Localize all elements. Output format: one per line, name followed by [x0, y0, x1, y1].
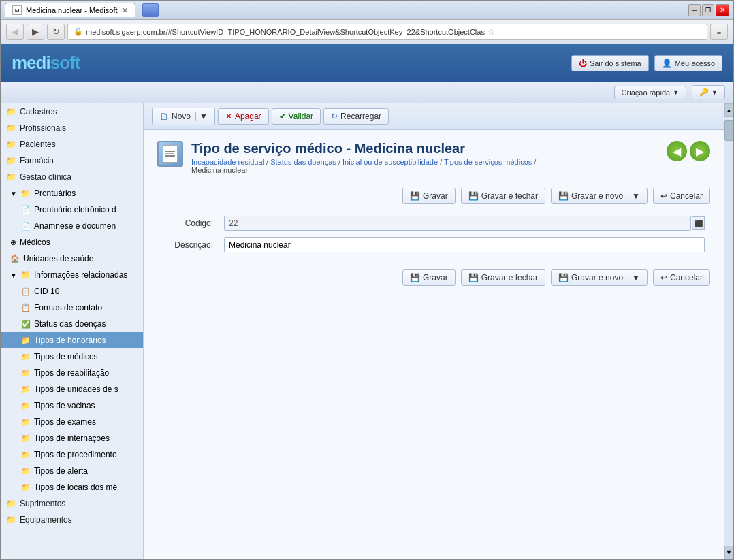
codigo-expand-btn[interactable]: ⬛ [692, 216, 705, 230]
apagar-icon: ✕ [225, 112, 232, 121]
sidebar-item-tipos-honorarios[interactable]: 📁 Tipos de honorários [1, 332, 143, 348]
folder-icon: 📁 [20, 188, 31, 198]
sidebar-item-medicos[interactable]: ⊕ Médicos [1, 234, 143, 250]
close-btn[interactable]: ✕ [716, 4, 729, 16]
sidebar-item-suprimentos[interactable]: 📁 Suprimentos [1, 495, 143, 512]
form-area: Tipo de serviço médico - Medicina nuclea… [144, 130, 724, 559]
gravar-fechar-icon-top: 💾 [468, 191, 479, 201]
page-nav: ◀ ▶ [667, 141, 710, 161]
sidebar-item-equipamentos[interactable]: 📁 Equipamentos [1, 512, 143, 528]
sidebar-item-cid10[interactable]: 📋 CID 10 [1, 283, 143, 299]
key-btn[interactable]: 🔑 ▼ [692, 85, 725, 99]
meu-acesso-btn[interactable]: 👤 Meu acesso [654, 55, 722, 71]
prev-record-btn[interactable]: ◀ [667, 141, 687, 161]
new-tab-btn[interactable]: + [142, 3, 159, 17]
unidades-icon: 🏠 [10, 254, 20, 263]
address-bar[interactable]: 🔒 medisoft.sigaerp.com.br/#ShortcutViewI… [67, 24, 707, 40]
apagar-btn[interactable]: ✕ Apagar [218, 108, 269, 125]
sidebar-item-tipos-reabilitacao[interactable]: 📁 Tipos de reabilitação [1, 365, 143, 381]
novo-icon: 🗋 [159, 111, 169, 122]
sidebar-item-prontuarios[interactable]: ▼ 📁 Prontuários [1, 185, 143, 201]
codigo-input[interactable] [224, 216, 691, 231]
gravar-fechar-btn-bottom[interactable]: 💾 Gravar e fechar [461, 269, 545, 286]
folder-icon: 📁 [21, 450, 31, 459]
folder-icon: 📁 [20, 270, 31, 280]
toolbar: 🗋 Novo ▼ ✕ Apagar ✔ Validar ↻ Recarre [144, 103, 724, 130]
sidebar-item-tipos-procedimentos[interactable]: 📁 Tipos de procedimento [1, 446, 143, 463]
page-title-block: Tipo de serviço médico - Medicina nuclea… [191, 141, 667, 174]
minimize-btn[interactable]: ─ [688, 4, 701, 16]
scrollbar[interactable]: ▲ ▼ [724, 103, 733, 559]
header-actions: ⏻ Sair do sistema 👤 Meu acesso [571, 55, 722, 71]
cid-icon: 📋 [21, 287, 31, 296]
back-btn[interactable]: ◀ [6, 24, 24, 40]
recarregar-icon: ↻ [331, 112, 338, 121]
validar-btn[interactable]: ✔ Validar [272, 108, 321, 125]
sidebar-item-tipos-alerta[interactable]: 📁 Tipos de alerta [1, 463, 143, 479]
folder-icon: 📁 [21, 434, 31, 443]
breadcrumb-link-4[interactable]: Tipos de serviços médicos [444, 158, 532, 166]
sidebar-item-informacoes[interactable]: ▼ 📁 Informações relacionadas [1, 267, 143, 283]
sidebar-item-prontuario-eletronico[interactable]: 📄 Prontuário eletrônico d [1, 201, 143, 218]
cancelar-btn-top[interactable]: ↩ Cancelar [653, 188, 710, 204]
app-content: medisoft ⏻ Sair do sistema 👤 Meu acesso … [1, 44, 733, 559]
scroll-thumb[interactable] [724, 120, 733, 141]
forward-btn[interactable]: ▶ [27, 24, 44, 40]
novo-dropdown[interactable]: ▼ [195, 112, 208, 121]
restore-btn[interactable]: ❐ [702, 4, 714, 16]
form-row-descricao: Descrição: [157, 234, 710, 256]
page-icon-container [157, 141, 183, 167]
criacao-rapida-arrow: ▼ [673, 89, 679, 96]
gravar-btn-top[interactable]: 💾 Gravar [402, 188, 456, 204]
quick-bar: Criação rápida ▼ 🔑 ▼ [1, 82, 733, 103]
form-row-codigo: Código: ⬛ [157, 212, 710, 234]
scroll-track [724, 117, 733, 546]
sidebar-item-tipos-internacoes[interactable]: 📁 Tipos de internações [1, 430, 143, 446]
sidebar-item-pacientes[interactable]: 📁 Pacientes [1, 136, 143, 152]
folder-icon: 📁 [6, 123, 16, 133]
browser-menu-btn[interactable]: ≡ [710, 24, 728, 40]
browser-tab[interactable]: M Medicina nuclear - Medisoft ✕ [5, 3, 135, 17]
breadcrumb-link-3[interactable]: Inicial ou de susceptibilidade [342, 158, 438, 166]
sidebar-item-tipos-unidades[interactable]: 📁 Tipos de unidades de s [1, 381, 143, 397]
gravar-fechar-btn-top[interactable]: 💾 Gravar e fechar [461, 188, 545, 204]
sidebar-item-formas-contato[interactable]: 📋 Formas de contato [1, 299, 143, 316]
sair-btn[interactable]: ⏻ Sair do sistema [571, 55, 649, 71]
sidebar-item-tipos-exames[interactable]: 📁 Tipos de exames [1, 414, 143, 430]
breadcrumb-link-2[interactable]: Status das doenças [270, 158, 336, 166]
sidebar-item-gestao-clinica[interactable]: 📁 Gestão clínica [1, 169, 143, 185]
tab-close[interactable]: ✕ [122, 6, 128, 15]
sidebar-item-tipos-locais[interactable]: 📁 Tipos de locais dos mé [1, 479, 143, 495]
browser-window: M Medicina nuclear - Medisoft ✕ + ─ ❐ ✕ … [0, 0, 734, 560]
sidebar-item-tipos-vacinas[interactable]: 📁 Tipos de vacinas [1, 397, 143, 414]
sidebar-item-tipos-medicos[interactable]: 📁 Tipos de médicos [1, 348, 143, 365]
sidebar-item-cadastros[interactable]: 📁 Cadastros [1, 103, 143, 120]
sidebar-item-profissionais[interactable]: 📁 Profissionais [1, 120, 143, 136]
gravar-icon-top: 💾 [410, 191, 420, 201]
sidebar-item-unidades-saude[interactable]: 🏠 Unidades de saúde [1, 250, 143, 267]
gravar-novo-btn-top[interactable]: 💾 Gravar e novo ▼ [551, 188, 648, 204]
user-icon: 👤 [662, 59, 672, 68]
form-table: Código: ⬛ Descrição: [157, 212, 710, 256]
gravar-novo-dropdown-bottom[interactable]: ▼ [628, 273, 640, 282]
gravar-btn-bottom[interactable]: 💾 Gravar [402, 269, 456, 286]
gravar-icon-bottom: 💾 [410, 273, 420, 282]
sidebar-item-status-doencas[interactable]: ✅ Status das doenças [1, 316, 143, 332]
next-record-btn[interactable]: ▶ [690, 141, 710, 161]
gravar-novo-dropdown[interactable]: ▼ [628, 191, 640, 201]
scroll-down-btn[interactable]: ▼ [724, 546, 733, 559]
breadcrumb-link-1[interactable]: Incapacidade residual [191, 158, 264, 166]
codigo-cell: ⬛ [219, 212, 710, 234]
sidebar-item-farmacia[interactable]: 📁 Farmácia [1, 152, 143, 169]
refresh-btn[interactable]: ↻ [47, 24, 65, 40]
sidebar-item-anamnese[interactable]: 📄 Anamnese e documen [1, 218, 143, 234]
novo-btn[interactable]: 🗋 Novo ▼ [152, 108, 215, 125]
content-area: 🗋 Novo ▼ ✕ Apagar ✔ Validar ↻ Recarre [144, 103, 724, 559]
criacao-rapida-btn[interactable]: Criação rápida ▼ [614, 86, 686, 99]
descricao-input[interactable] [224, 237, 705, 252]
gravar-novo-btn-bottom[interactable]: 💾 Gravar e novo ▼ [551, 269, 648, 286]
cancelar-btn-bottom[interactable]: ↩ Cancelar [653, 269, 710, 286]
scroll-up-btn[interactable]: ▲ [724, 103, 733, 117]
breadcrumb: Incapacidade residual / Status das doenç… [191, 158, 667, 174]
recarregar-btn[interactable]: ↻ Recarregar [323, 108, 389, 125]
